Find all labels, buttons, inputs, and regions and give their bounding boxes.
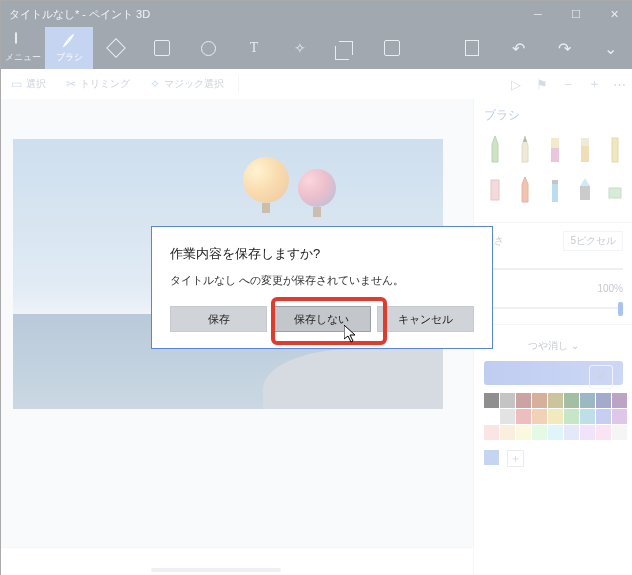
scroll-indicator[interactable]: [151, 568, 281, 572]
tool-pixel[interactable]: [604, 174, 626, 206]
dont-save-button[interactable]: 保存しない: [273, 306, 370, 332]
add-color-button[interactable]: ＋: [507, 450, 524, 467]
color-swatch[interactable]: [564, 425, 579, 440]
select-icon: ▭: [11, 77, 22, 91]
color-swatch[interactable]: [580, 425, 595, 440]
color-swatch[interactable]: [564, 409, 579, 424]
titlebar: タイトルなし* - ペイント 3D ─ ☐ ✕: [1, 1, 632, 27]
redo-icon: ↷: [558, 39, 571, 58]
material-dropdown[interactable]: つや消し ⌄: [484, 339, 623, 353]
color-swatch[interactable]: [484, 393, 499, 408]
color-swatch[interactable]: [596, 425, 611, 440]
toolbar-secondary: ▭選択 ✂トリミング ✧マジック選択 ▷ ⚑ − ＋ ⋯: [1, 69, 632, 99]
text-icon: T: [250, 41, 259, 55]
shapes-3d-tab[interactable]: [139, 27, 185, 69]
zoom-in[interactable]: ＋: [581, 75, 607, 93]
color-swatch[interactable]: [596, 409, 611, 424]
color-swatch[interactable]: [612, 393, 627, 408]
tool-marker[interactable]: [484, 134, 506, 166]
undo-button[interactable]: ↶: [495, 27, 541, 69]
color-swatch[interactable]: [532, 425, 547, 440]
brush-tab-label: ブラシ: [56, 51, 83, 64]
app-window: タイトルなし* - ペイント 3D ─ ☐ ✕ メニュー ブラシ T ✧ ↶ ↷…: [0, 0, 632, 575]
color-swatch[interactable]: [548, 393, 563, 408]
color-swatch[interactable]: [548, 409, 563, 424]
color-swatch[interactable]: [484, 409, 499, 424]
effects-tab[interactable]: ✧: [277, 27, 323, 69]
color-swatch[interactable]: [484, 425, 499, 440]
circle-icon: [201, 41, 216, 56]
color-swatch[interactable]: [516, 409, 531, 424]
svg-rect-3: [581, 138, 589, 146]
color-swatch[interactable]: [580, 393, 595, 408]
trimming-tool[interactable]: ✂トリミング: [56, 77, 140, 91]
color-swatch[interactable]: [596, 393, 611, 408]
cancel-button[interactable]: キャンセル: [377, 306, 474, 332]
color-swatch[interactable]: [516, 393, 531, 408]
current-color[interactable]: [484, 450, 499, 465]
library-tab[interactable]: [369, 27, 415, 69]
redo-button[interactable]: ↷: [541, 27, 587, 69]
opacity-value: 100%: [484, 283, 623, 294]
thickness-slider[interactable]: [484, 259, 623, 279]
color-swatch[interactable]: [500, 393, 515, 408]
wand-icon: ✧: [150, 77, 160, 91]
brush-tab[interactable]: ブラシ: [45, 27, 93, 69]
trimming-label: トリミング: [80, 77, 130, 91]
menu-label: メニュー: [5, 51, 41, 64]
zoom-out[interactable]: −: [555, 77, 581, 92]
menu-button[interactable]: メニュー: [1, 27, 45, 69]
minimize-button[interactable]: ─: [519, 1, 557, 27]
close-button[interactable]: ✕: [595, 1, 632, 27]
tool-oil[interactable]: [544, 134, 566, 166]
color-swatch[interactable]: [532, 409, 547, 424]
maximize-button[interactable]: ☐: [557, 1, 595, 27]
canvas-tab[interactable]: [323, 27, 369, 69]
svg-rect-1: [551, 138, 559, 148]
slider-thumb[interactable]: [618, 302, 623, 316]
shapes-2d-tab[interactable]: [93, 27, 139, 69]
view-3d-toggle[interactable]: ▷: [503, 77, 529, 92]
color-swatch[interactable]: [612, 425, 627, 440]
color-swatch[interactable]: [564, 393, 579, 408]
side-panel: ブラシ 太さ 5ピクセル 100%: [473, 99, 632, 575]
sparkle-icon: ✧: [294, 40, 306, 56]
svg-marker-0: [492, 136, 498, 162]
color-swatch[interactable]: [516, 425, 531, 440]
tool-eraser[interactable]: [484, 174, 506, 206]
color-swatch[interactable]: [548, 425, 563, 440]
tool-pencil[interactable]: [604, 134, 626, 166]
tool-calligraphy[interactable]: [514, 134, 536, 166]
color-swatch[interactable]: [500, 425, 515, 440]
window-title: タイトルなし* - ペイント 3D: [1, 7, 519, 22]
opacity-slider[interactable]: [484, 298, 623, 318]
stickers-tab[interactable]: [185, 27, 231, 69]
tool-spray[interactable]: [544, 174, 566, 206]
diamond-icon: [106, 38, 126, 58]
eyedropper-button[interactable]: ✐: [589, 365, 613, 389]
crop-icon-small: ✂: [66, 77, 76, 91]
color-swatch[interactable]: [500, 409, 515, 424]
svg-marker-7: [522, 177, 528, 202]
paste-button[interactable]: [449, 27, 495, 69]
tool-fill[interactable]: [574, 174, 596, 206]
dialog-title: 作業内容を保存しますか?: [170, 245, 474, 263]
magic-select-tool[interactable]: ✧マジック選択: [140, 77, 234, 91]
view-flag[interactable]: ⚑: [529, 77, 555, 92]
history-expand[interactable]: ⌄: [587, 27, 632, 69]
more-button[interactable]: ⋯: [607, 77, 632, 92]
thickness-value[interactable]: 5ピクセル: [563, 231, 623, 251]
tool-crayon[interactable]: [514, 174, 536, 206]
color-swatch[interactable]: [612, 409, 627, 424]
svg-rect-9: [552, 180, 558, 184]
box-icon: [384, 40, 400, 56]
svg-rect-10: [580, 186, 590, 200]
brush-icon: [61, 33, 77, 49]
select-tool[interactable]: ▭選択: [1, 77, 56, 91]
color-swatch[interactable]: [532, 393, 547, 408]
tool-watercolor[interactable]: [574, 134, 596, 166]
text-tab[interactable]: T: [231, 27, 277, 69]
panel-heading: ブラシ: [484, 107, 623, 124]
color-swatch[interactable]: [580, 409, 595, 424]
save-button[interactable]: 保存: [170, 306, 267, 332]
